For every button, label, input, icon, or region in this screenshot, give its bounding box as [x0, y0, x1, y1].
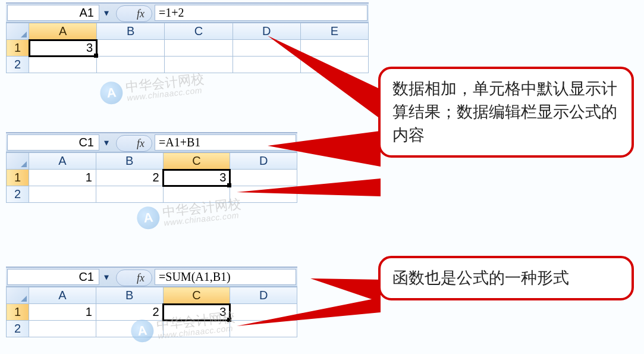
cell-c2[interactable]	[165, 57, 233, 73]
col-header-d[interactable]: D	[230, 287, 297, 304]
cell-d1[interactable]	[230, 170, 297, 186]
cell-b2[interactable]	[96, 186, 163, 203]
spreadsheet-grid[interactable]: A B C D 1 1 2 3 2	[6, 287, 297, 337]
col-header-a[interactable]: A	[29, 287, 96, 304]
cell-b2[interactable]	[96, 321, 163, 337]
example-2: C1 ▾ fx =A1+B1 A B C D 1 1 2 3 2	[6, 132, 297, 203]
select-all-corner[interactable]	[7, 153, 29, 170]
fx-icon: fx	[124, 272, 144, 284]
svg-marker-3	[310, 278, 381, 302]
formula-input[interactable]: =SUM(A1,B1)	[155, 269, 296, 285]
col-header-b[interactable]: B	[96, 153, 163, 170]
row-header-2[interactable]: 2	[7, 186, 29, 203]
name-box[interactable]: C1	[7, 134, 99, 151]
col-header-c[interactable]: C	[163, 153, 230, 170]
row-header-1[interactable]: 1	[7, 170, 29, 186]
example-3: C1 ▾ fx =SUM(A1,B1) A B C D 1 1 2 3 2	[6, 267, 297, 337]
cell-a2[interactable]	[29, 186, 96, 203]
name-box[interactable]: A1	[7, 5, 99, 21]
spreadsheet-grid[interactable]: A B C D E 1 3 2	[6, 23, 369, 73]
watermark-badge-icon: A	[136, 205, 161, 230]
fx-button[interactable]: fx	[116, 135, 152, 152]
formula-input[interactable]: =1+2	[155, 5, 367, 21]
cell-d1[interactable]	[230, 304, 297, 321]
watermark-url: www.chinaacc.com	[127, 86, 206, 102]
formula-bar: C1 ▾ fx =SUM(A1,B1)	[6, 267, 297, 287]
fx-icon: fx	[124, 137, 144, 150]
fx-button[interactable]: fx	[116, 5, 152, 22]
select-all-corner[interactable]	[7, 23, 29, 40]
cell-d2[interactable]	[233, 57, 300, 73]
cell-b1[interactable]: 2	[96, 304, 163, 321]
formula-bar: C1 ▾ fx =A1+B1	[6, 132, 297, 152]
watermark-url: www.chinaacc.com	[164, 211, 243, 227]
cell-a2[interactable]	[29, 57, 97, 73]
col-header-d[interactable]: D	[230, 153, 297, 170]
row-header-2[interactable]: 2	[7, 321, 29, 337]
col-header-c[interactable]: C	[163, 287, 230, 304]
name-box-dropdown-icon[interactable]: ▾	[99, 268, 114, 286]
cell-a1[interactable]: 1	[29, 304, 96, 321]
col-header-c[interactable]: C	[165, 23, 233, 40]
cell-c1[interactable]	[165, 40, 233, 57]
cell-b1[interactable]	[97, 40, 165, 57]
col-header-d[interactable]: D	[233, 23, 300, 40]
row-header-1[interactable]: 1	[7, 304, 29, 321]
cell-a1[interactable]: 3	[29, 40, 97, 57]
cell-a1[interactable]: 1	[29, 170, 96, 186]
cell-b1[interactable]: 2	[96, 170, 163, 186]
name-box[interactable]: C1	[7, 269, 99, 285]
spreadsheet-grid[interactable]: A B C D 1 1 2 3 2	[6, 152, 297, 203]
name-box-dropdown-icon[interactable]: ▾	[99, 133, 114, 152]
cell-c2[interactable]	[163, 321, 230, 337]
formula-bar: A1 ▾ fx =1+2	[6, 2, 369, 23]
formula-input[interactable]: =A1+B1	[155, 134, 296, 151]
callout-result-formula: 数据相加，单元格中默认显示计算结果；数据编辑栏显示公式的内容	[378, 67, 634, 158]
col-header-e[interactable]: E	[300, 23, 368, 40]
name-box-dropdown-icon[interactable]: ▾	[99, 4, 114, 22]
row-header-1[interactable]: 1	[7, 40, 29, 57]
cell-d2[interactable]	[230, 186, 297, 203]
select-all-corner[interactable]	[7, 287, 29, 304]
cell-d2[interactable]	[230, 321, 297, 337]
fx-button[interactable]: fx	[116, 270, 152, 286]
col-header-a[interactable]: A	[29, 23, 97, 40]
watermark-badge-icon: A	[99, 80, 124, 105]
col-header-a[interactable]: A	[29, 153, 96, 170]
fx-icon: fx	[124, 8, 144, 20]
watermark-name: 中华会计网校	[125, 73, 205, 94]
cell-a2[interactable]	[29, 321, 96, 337]
cell-c1[interactable]: 3	[163, 304, 230, 321]
callout-function-form: 函数也是公式的一种形式	[378, 256, 634, 300]
cell-c1[interactable]: 3	[163, 170, 230, 186]
watermark: A 中华会计网校www.chinaacc.com	[99, 72, 205, 105]
cell-e1[interactable]	[300, 40, 368, 57]
cell-e2[interactable]	[300, 57, 368, 73]
col-header-b[interactable]: B	[96, 287, 163, 304]
cell-d1[interactable]	[233, 40, 300, 57]
example-1: A1 ▾ fx =1+2 A B C D E 1 3	[6, 2, 369, 73]
row-header-2[interactable]: 2	[7, 57, 29, 73]
cell-b2[interactable]	[97, 57, 165, 73]
col-header-b[interactable]: B	[97, 23, 165, 40]
cell-c2[interactable]	[163, 186, 230, 203]
